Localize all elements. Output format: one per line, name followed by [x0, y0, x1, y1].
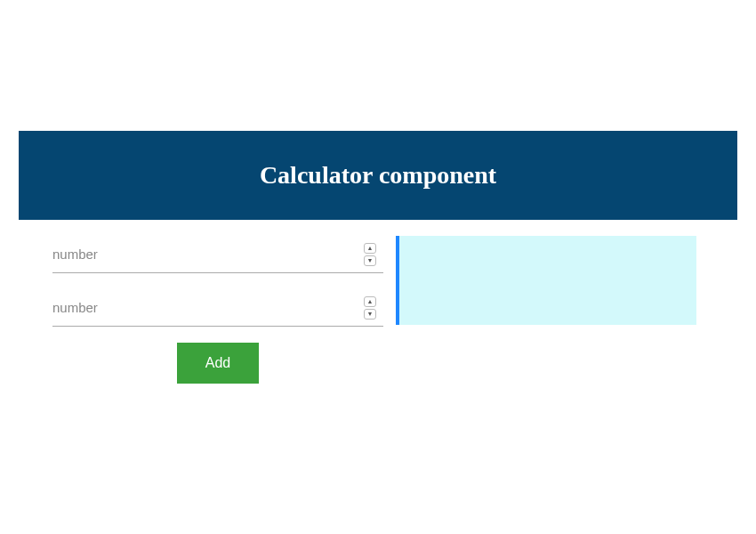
increment-button-2[interactable]: ▲: [364, 296, 376, 307]
number-input-1[interactable]: [52, 239, 383, 269]
add-button[interactable]: Add: [177, 343, 259, 384]
calculator-component: Calculator component ▲ ▼ ▲ ▼ Add: [19, 131, 737, 384]
number-input-2[interactable]: [52, 293, 383, 322]
page-title: Calculator component: [260, 161, 496, 190]
increment-button-1[interactable]: ▲: [364, 243, 376, 254]
header: Calculator component: [19, 131, 737, 220]
input-panel: ▲ ▼ ▲ ▼ Add: [52, 236, 383, 384]
button-row: Add: [52, 343, 383, 384]
number-stepper-1: ▲ ▼: [364, 243, 376, 266]
result-panel: [396, 236, 696, 325]
content-area: ▲ ▼ ▲ ▼ Add: [19, 236, 737, 384]
decrement-button-1[interactable]: ▼: [364, 255, 376, 266]
input-row-2: ▲ ▼: [52, 289, 383, 327]
number-stepper-2: ▲ ▼: [364, 296, 376, 320]
input-row-1: ▲ ▼: [52, 236, 383, 273]
decrement-button-2[interactable]: ▼: [364, 309, 376, 320]
